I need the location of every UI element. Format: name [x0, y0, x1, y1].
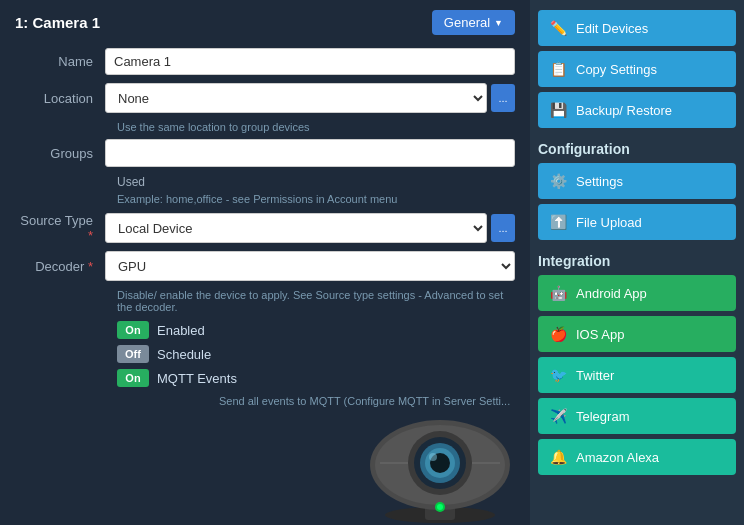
ios-app-button[interactable]: 🍎 IOS App	[538, 316, 736, 352]
file-upload-button[interactable]: ⬆️ File Upload	[538, 204, 736, 240]
upload-icon: ⬆️	[548, 212, 568, 232]
decoder-label: Decoder	[15, 259, 105, 274]
copy-settings-label: Copy Settings	[576, 62, 657, 77]
integration-title: Integration	[538, 253, 736, 269]
telegram-label: Telegram	[576, 409, 629, 424]
edit-devices-label: Edit Devices	[576, 21, 648, 36]
name-input[interactable]	[105, 48, 515, 75]
right-panel: ✏️ Edit Devices 📋 Copy Settings 💾 Backup…	[530, 0, 744, 525]
twitter-label: Twitter	[576, 368, 614, 383]
groups-row: Groups	[15, 139, 515, 167]
groups-example: Example: home,office - see Permissions i…	[117, 193, 515, 205]
android-icon: 🤖	[548, 283, 568, 303]
svg-point-12	[437, 504, 443, 510]
location-select-wrapper: None ...	[105, 83, 515, 113]
source-type-select-wrapper: Local Device ...	[105, 213, 515, 243]
schedule-label: Schedule	[157, 347, 211, 362]
decoder-select[interactable]: GPU	[105, 251, 515, 281]
mqtt-label: MQTT Events	[157, 371, 237, 386]
decoder-row: Decoder GPU	[15, 251, 515, 281]
decoder-select-wrapper: GPU	[105, 251, 515, 281]
twitter-button[interactable]: 🐦 Twitter	[538, 357, 736, 393]
source-type-extra-button[interactable]: ...	[491, 214, 515, 242]
source-type-row: Source Type Local Device ...	[15, 213, 515, 243]
gear-icon: ⚙️	[548, 171, 568, 191]
backup-restore-button[interactable]: 💾 Backup/ Restore	[538, 92, 736, 128]
save-icon: 💾	[548, 100, 568, 120]
copy-icon: 📋	[548, 59, 568, 79]
camera-header: 1: Camera 1 General	[0, 10, 530, 43]
telegram-icon: ✈️	[548, 406, 568, 426]
enabled-toggle-row: On Enabled	[117, 321, 515, 339]
amazon-alexa-label: Amazon Alexa	[576, 450, 659, 465]
location-extra-button[interactable]: ...	[491, 84, 515, 112]
edit-devices-button[interactable]: ✏️ Edit Devices	[538, 10, 736, 46]
enabled-label: Enabled	[157, 323, 205, 338]
apple-icon: 🍎	[548, 324, 568, 344]
camera-title: 1: Camera 1	[15, 14, 100, 31]
edit-icon: ✏️	[548, 18, 568, 38]
groups-used: Used	[117, 175, 515, 189]
camera-image	[330, 365, 530, 525]
svg-point-10	[429, 453, 437, 461]
location-label: Location	[15, 91, 105, 106]
amazon-alexa-button[interactable]: 🔔 Amazon Alexa	[538, 439, 736, 475]
groups-label: Groups	[15, 146, 105, 161]
schedule-toggle-row: Off Schedule	[117, 345, 515, 363]
enabled-toggle[interactable]: On	[117, 321, 149, 339]
source-type-label: Source Type	[15, 213, 105, 243]
decoder-hint: Disable/ enable the device to apply. See…	[117, 289, 515, 313]
schedule-toggle[interactable]: Off	[117, 345, 149, 363]
android-app-label: Android App	[576, 286, 647, 301]
twitter-icon: 🐦	[548, 365, 568, 385]
file-upload-label: File Upload	[576, 215, 642, 230]
configuration-title: Configuration	[538, 141, 736, 157]
ios-app-label: IOS App	[576, 327, 624, 342]
location-row: Location None ...	[15, 83, 515, 113]
settings-label: Settings	[576, 174, 623, 189]
settings-button[interactable]: ⚙️ Settings	[538, 163, 736, 199]
location-hint: Use the same location to group devices	[117, 121, 515, 133]
camera-svg	[350, 375, 530, 525]
groups-input[interactable]	[105, 139, 515, 167]
backup-restore-label: Backup/ Restore	[576, 103, 672, 118]
telegram-button[interactable]: ✈️ Telegram	[538, 398, 736, 434]
source-type-select[interactable]: Local Device	[105, 213, 487, 243]
main-panel: 1: Camera 1 General Name Location None .…	[0, 0, 530, 525]
android-app-button[interactable]: 🤖 Android App	[538, 275, 736, 311]
name-row: Name	[15, 48, 515, 75]
name-label: Name	[15, 54, 105, 69]
general-button[interactable]: General	[432, 10, 515, 35]
copy-settings-button[interactable]: 📋 Copy Settings	[538, 51, 736, 87]
alexa-icon: 🔔	[548, 447, 568, 467]
mqtt-toggle[interactable]: On	[117, 369, 149, 387]
location-select[interactable]: None	[105, 83, 487, 113]
